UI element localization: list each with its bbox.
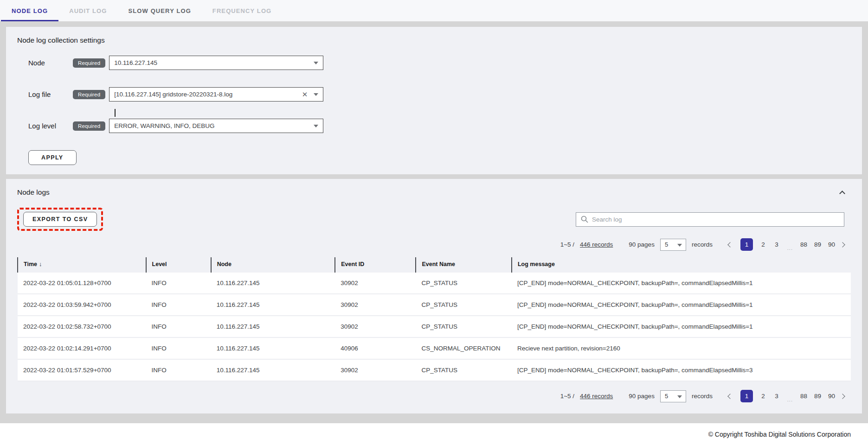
required-badge: Required [73,58,105,68]
node-log-settings-panel: Node log collection settings Node Requir… [6,27,862,174]
tab-audit-log[interactable]: AUDIT LOG [58,0,117,21]
page-number-90[interactable]: 90 [828,393,835,400]
settings-panel-title: Node log collection settings [17,36,851,44]
tab-bar: NODE LOG AUDIT LOG SLOW QUERY LOG FREQUE… [0,0,868,21]
records-label: records [692,241,713,248]
page-size-value: 5 [665,393,668,400]
page-size-select[interactable]: 5 [660,390,686,402]
chevron-down-icon [677,244,682,247]
log-level-label: Log level [28,122,73,130]
table-row: 2022-03-22 01:01:57.529+0700INFO10.116.2… [18,359,851,381]
page-size-select[interactable]: 5 [660,239,686,251]
apply-button[interactable]: APPLY [28,150,77,165]
records-label: records [692,393,713,400]
table-cell: CP_STATUS [416,294,512,316]
page-number-2[interactable]: 2 [760,241,766,248]
table-row: 2022-03-22 01:02:14.291+0700INFO10.116.2… [18,337,851,359]
node-logs-title: Node logs [17,188,50,197]
pagination-top: 1~5 / 446 records 90 pages 5 records 123… [17,238,844,251]
next-page-icon[interactable] [840,242,845,247]
table-cell: CP_STATUS [416,316,512,337]
table-cell: [CP_END] mode=NORMAL_CHECKPOINT, backupP… [512,273,851,294]
copyright-text: © Copyright Toshiba Digital Solutions Co… [708,431,851,438]
table-row: 2022-03-22 01:03:59.942+0700INFO10.116.2… [18,294,851,316]
table-cell: INFO [146,294,211,316]
pagination-ellipsis: ... [787,397,793,402]
collapse-icon[interactable] [839,191,845,197]
node-label: Node [28,59,73,67]
footer: © Copyright Toshiba Digital Solutions Co… [0,423,868,445]
page-number-88[interactable]: 88 [800,393,807,400]
chevron-down-icon [314,62,318,64]
table-cell: INFO [146,273,211,294]
table-cell: CP_STATUS [416,359,512,381]
node-logs-panel: Node logs EXPORT TO CSV 1~5 / 446 record… [6,179,862,413]
log-file-select[interactable]: [10.116.227.145] gridstore-20220321-8.lo… [109,87,323,102]
page-number-88[interactable]: 88 [800,241,807,248]
search-input[interactable] [592,216,839,223]
settings-form: Node Required 10.116.227.145 Log file Re… [17,56,851,133]
page-number-1[interactable]: 1 [740,238,753,251]
table-cell: 30902 [335,316,416,337]
tab-frequency-log[interactable]: FREQUENCY LOG [202,0,282,21]
log-level-select[interactable]: ERROR, WARNING, INFO, DEBUG [109,119,323,133]
export-highlight-annotation: EXPORT TO CSV [17,208,103,231]
table-row: 2022-03-22 01:02:58.732+0700INFO10.116.2… [18,316,851,337]
page-number-2[interactable]: 2 [760,393,766,400]
clear-icon[interactable]: ✕ [302,90,308,99]
node-select-value: 10.116.227.145 [114,59,157,66]
record-range: 1~5 / [560,393,574,400]
table-cell: INFO [146,337,211,359]
export-to-csv-button[interactable]: EXPORT TO CSV [23,212,97,227]
required-badge: Required [73,121,105,131]
next-page-icon[interactable] [840,394,845,399]
records-count-link[interactable]: 446 records [580,241,613,248]
table-cell: 10.116.227.145 [211,359,335,381]
table-cell: [CP_END] mode=NORMAL_CHECKPOINT, backupP… [512,294,851,316]
table-cell: 40906 [335,337,416,359]
table-cell: CP_STATUS [416,273,512,294]
table-header-row: Time↓ Level Node Event ID Event Name Log… [18,257,851,273]
node-select[interactable]: 10.116.227.145 [109,56,323,70]
pages-count: 90 pages [629,393,655,400]
column-header-level[interactable]: Level [146,257,211,273]
page-number-90[interactable]: 90 [828,241,835,248]
page-number-89[interactable]: 89 [814,241,821,248]
tab-slow-query-log[interactable]: SLOW QUERY LOG [118,0,202,21]
previous-page-icon[interactable] [727,242,733,247]
page-number-1[interactable]: 1 [740,390,753,402]
chevron-down-icon [314,125,318,127]
tab-node-log[interactable]: NODE LOG [1,0,58,21]
text-cursor-artifact [115,109,116,117]
page-number-89[interactable]: 89 [814,393,821,400]
column-header-node[interactable]: Node [211,257,335,273]
log-file-label: Log file [28,90,73,98]
table-cell: 10.116.227.145 [211,337,335,359]
column-header-event-id[interactable]: Event ID [335,257,416,273]
records-count-link[interactable]: 446 records [580,393,613,400]
table-row: 2022-03-22 01:05:01.128+0700INFO10.116.2… [18,273,851,294]
column-header-event-name[interactable]: Event Name [416,257,512,273]
search-box [576,212,844,227]
column-header-time-label: Time [24,261,37,267]
page-number-3[interactable]: 3 [773,393,780,400]
page-number-3[interactable]: 3 [773,241,780,248]
table-cell: [CP_END] mode=NORMAL_CHECKPOINT, backupP… [512,359,851,381]
table-cell: 30902 [335,359,416,381]
sort-desc-icon: ↓ [39,261,42,267]
table-cell: INFO [146,359,211,381]
table-cell: 2022-03-22 01:03:59.942+0700 [18,294,146,316]
chevron-down-icon [677,395,682,398]
table-cell: CS_NORMAL_OPERATION [416,337,512,359]
table-cell: 2022-03-22 01:05:01.128+0700 [18,273,146,294]
column-header-log-message[interactable]: Log message [512,257,851,273]
column-header-time[interactable]: Time↓ [18,257,146,273]
previous-page-icon[interactable] [727,394,733,399]
log-file-field-row: Log file Required [10.116.227.145] grids… [28,87,851,102]
page-list: 123...888990 [740,390,835,402]
pagination-ellipsis: ... [787,245,793,251]
pagination-bottom: 1~5 / 446 records 90 pages 5 records 123… [17,390,844,402]
main-content: Node log collection settings Node Requir… [0,21,868,423]
table-cell: [CP_END] mode=NORMAL_CHECKPOINT, backupP… [512,316,851,337]
required-badge: Required [73,90,105,99]
